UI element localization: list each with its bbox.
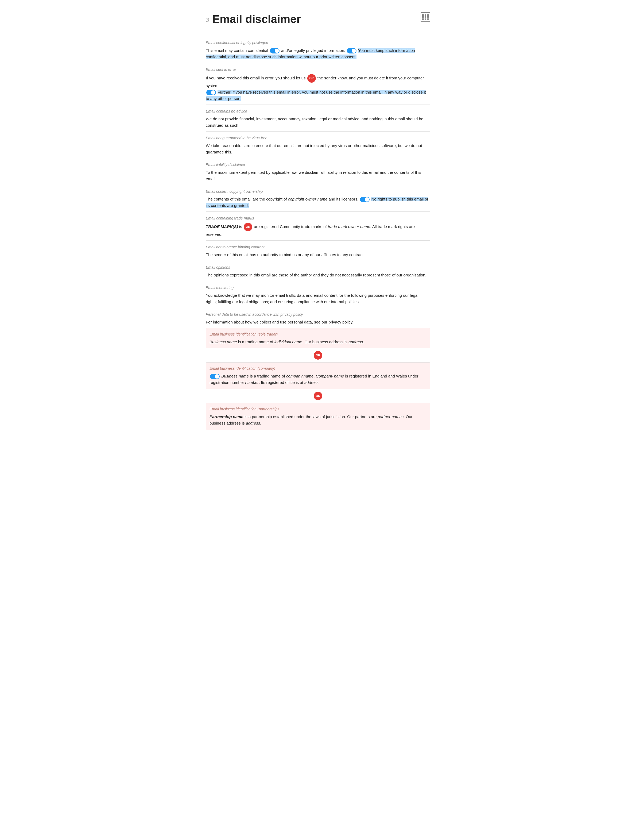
var-number: number: [245, 380, 259, 385]
var-partnership-name: Partnership name: [209, 414, 244, 419]
section-liability: Email liability disclaimer To the maximu…: [206, 158, 430, 185]
var-company-name-2: Company name: [316, 374, 344, 378]
section-opinions: Email opinions The opinions expressed in…: [206, 261, 430, 281]
section-body-no-contract: The sender of this email has no authorit…: [206, 251, 430, 258]
page-container: 3 Email disclaimer Email confidential or…: [195, 0, 441, 446]
section-company: Email business identification (company) …: [206, 362, 430, 389]
var-business-name-company: Business name: [221, 374, 249, 378]
grid-cell: [427, 19, 429, 21]
section-body-privacy: For information about how we collect and…: [206, 319, 430, 325]
var-trademark-owner: trade mark owner name: [328, 224, 370, 229]
section-confidential: Email confidential or legally privileged…: [206, 36, 430, 63]
section-label-copyright: Email content copyright ownership: [206, 189, 430, 194]
var-jurisdiction: jurisdiction: [326, 414, 345, 419]
grid-cell: [427, 14, 429, 16]
section-label-monitoring: Email monitoring: [206, 285, 430, 291]
toggle-copyright[interactable]: [360, 197, 370, 202]
var-address-company: address: [304, 380, 318, 385]
section-virus-free: Email not guaranteed to be virus-free We…: [206, 131, 430, 158]
or-badge-inline-2: OR: [244, 223, 252, 231]
or-badge-divider-1: OR: [314, 351, 322, 360]
section-body-confidential: This email may contain confidential and/…: [206, 47, 430, 60]
section-body-partnership: Partnership name is a partnership establ…: [209, 414, 427, 426]
section-body-company: Business name is a trading name of compa…: [209, 373, 427, 386]
section-label-company: Email business identification (company): [209, 366, 427, 371]
section-trademarks: Email containing trade marks TRADE MARK(…: [206, 212, 430, 240]
var-individual-name: individual name: [274, 339, 302, 344]
section-body-liability: To the maximum extent permitted by appli…: [206, 169, 430, 182]
section-body-sent-in-error: If you have received this email in error…: [206, 74, 430, 102]
highlight-confidential: You must keep such information confident…: [206, 48, 415, 59]
var-address-sole: address: [348, 339, 363, 344]
page-header: 3 Email disclaimer: [206, 11, 430, 28]
toggle-sent-in-error[interactable]: [206, 90, 216, 95]
grid-cell: [427, 16, 429, 18]
toggle-confidential-1[interactable]: [270, 48, 280, 54]
section-label-trademarks: Email containing trade marks: [206, 215, 430, 221]
section-privacy: Personal data to be used in accordance w…: [206, 308, 430, 328]
grid-cell: [425, 16, 427, 18]
section-sent-in-error: Email sent in error If you have received…: [206, 63, 430, 104]
section-body-opinions: The opinions expressed in this email are…: [206, 272, 430, 278]
section-label-sent-in-error: Email sent in error: [206, 67, 430, 73]
toggle-company[interactable]: [210, 374, 220, 379]
or-divider-2: OR: [206, 392, 430, 400]
toggle-confidential-2[interactable]: [347, 48, 356, 54]
section-sole-trader: Email business identification (sole trad…: [206, 328, 430, 348]
section-body-no-advice: We do not provide financial, investment,…: [206, 116, 430, 129]
section-no-advice: Email contains no advice We do not provi…: [206, 104, 430, 131]
section-body-monitoring: You acknowledge that we may monitor emai…: [206, 292, 430, 305]
section-monitoring: Email monitoring You acknowledge that we…: [206, 281, 430, 308]
page-title: Email disclaimer: [212, 11, 301, 28]
var-address-partnership: address: [246, 421, 260, 425]
var-business-name-sole: Business name: [209, 339, 237, 344]
grid-cell: [422, 14, 424, 16]
section-label-partnership: Email business identification (partnersh…: [209, 406, 427, 412]
var-copyright-owner: copyright owner name: [288, 197, 327, 201]
var-partner-names: partner names: [378, 414, 404, 419]
page-number: 3: [206, 16, 209, 24]
highlight-sent-in-error: Further, if you have received this email…: [206, 90, 426, 101]
grid-cell: [422, 19, 424, 21]
section-label-no-advice: Email contains no advice: [206, 109, 430, 114]
grid-icon[interactable]: [420, 12, 430, 22]
section-body-virus-free: We take reasonable care to ensure that o…: [206, 142, 430, 155]
or-badge-divider-2: OR: [314, 392, 322, 400]
section-label-liability: Email liability disclaimer: [206, 162, 430, 167]
var-company-name: company name: [286, 374, 314, 378]
section-label-virus-free: Email not guaranteed to be virus-free: [206, 135, 430, 141]
section-label-sole-trader: Email business identification (sole trad…: [209, 332, 427, 337]
section-body-copyright: The contents of this email are the copyr…: [206, 196, 430, 209]
section-body-trademarks: TRADE MARK(S) is OR are registered Commu…: [206, 223, 430, 238]
page-title-area: 3 Email disclaimer: [206, 11, 301, 28]
section-no-contract: Email not to create binding contract The…: [206, 240, 430, 261]
grid-cell: [422, 16, 424, 18]
or-badge-inline-1: OR: [307, 74, 316, 83]
grid-cell: [425, 14, 427, 16]
section-copyright: Email content copyright ownership The co…: [206, 185, 430, 212]
section-label-privacy: Personal data to be used in accordance w…: [206, 312, 430, 317]
section-label-opinions: Email opinions: [206, 265, 430, 270]
or-divider-1: OR: [206, 351, 430, 360]
var-trademark: TRADE MARK(S): [206, 224, 238, 229]
section-partnership: Email business identification (partnersh…: [206, 403, 430, 429]
section-body-sole-trader: Business name is a trading name of indiv…: [209, 339, 427, 345]
grid-cell: [425, 19, 427, 21]
section-label-no-contract: Email not to create binding contract: [206, 244, 430, 250]
section-label-confidential: Email confidential or legally privileged: [206, 40, 430, 46]
